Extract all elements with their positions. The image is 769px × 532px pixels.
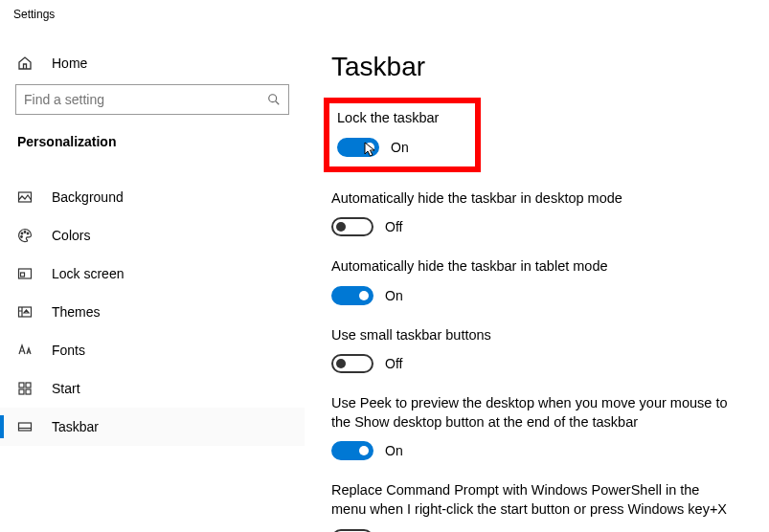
sidebar-item-label: Lock screen [52,266,124,281]
setting-label: Lock the taskbar [337,109,439,128]
window-title: Settings [13,8,55,21]
sidebar-item-themes[interactable]: Themes [0,293,305,331]
nav-home-label: Home [52,55,87,71]
setting-autohide-tablet: Automatically hide the taskbar in tablet… [331,257,746,305]
toggle-autohide-desktop[interactable] [331,217,373,236]
sidebar-item-colors[interactable]: Colors [0,216,305,255]
sidebar-item-label: Background [52,189,124,205]
toggle-autohide-tablet[interactable] [331,286,373,305]
sidebar-item-lockscreen[interactable]: Lock screen [0,255,305,293]
content-pane: Taskbar Lock the taskbar On [305,29,769,532]
search-input[interactable] [15,84,289,115]
lockscreen-icon [17,266,33,281]
search-field[interactable] [24,92,267,107]
taskbar-icon [17,419,33,434]
toggle-state: Off [385,356,402,371]
sidebar-section-label: Personalization [0,126,305,159]
setting-lock-taskbar: Lock the taskbar On [337,109,439,157]
svg-point-4 [24,232,26,233]
sidebar-item-label: Start [52,381,80,396]
home-icon [17,55,33,71]
nav-home[interactable]: Home [0,46,305,80]
sidebar-item-taskbar[interactable]: Taskbar [0,408,305,446]
svg-rect-14 [19,423,32,431]
toggle-state: Off [385,219,402,234]
svg-point-5 [27,233,29,234]
palette-icon [17,228,33,243]
tutorial-highlight: Lock the taskbar On [324,98,481,172]
sidebar-item-label: Themes [52,304,101,320]
toggle-peek-preview[interactable] [331,441,373,460]
page-title: Taskbar [331,52,746,82]
search-icon [267,93,281,106]
sidebar-item-start[interactable]: Start [0,369,305,408]
sidebar: Home Personalization [0,29,305,532]
setting-label: Use Peek to preview the desktop when you… [331,394,734,432]
setting-label: Automatically hide the taskbar in deskto… [331,189,734,209]
toggle-small-buttons[interactable] [331,354,373,373]
setting-label: Replace Command Prompt with Windows Powe… [331,481,734,519]
themes-icon [17,304,33,320]
toggle-state: On [385,443,403,458]
svg-point-3 [21,233,23,234]
svg-rect-10 [19,383,24,388]
svg-rect-11 [26,383,31,388]
svg-rect-12 [19,389,24,394]
settings-window: Settings Home [0,0,769,532]
svg-rect-13 [26,389,31,394]
svg-point-0 [269,95,277,102]
sidebar-item-background[interactable]: Background [0,178,305,216]
sidebar-item-label: Colors [52,228,90,243]
svg-point-6 [21,236,23,238]
setting-small-buttons: Use small taskbar buttons Off [331,326,746,374]
window-titlebar: Settings [0,0,769,29]
sidebar-item-label: Taskbar [52,419,99,434]
sidebar-item-label: Fonts [52,343,85,358]
setting-peek-preview: Use Peek to preview the desktop when you… [331,394,746,460]
toggle-state: On [385,288,403,303]
start-icon [17,381,33,396]
setting-autohide-desktop: Automatically hide the taskbar in deskto… [331,189,746,237]
toggle-powershell[interactable] [331,529,373,533]
toggle-state: On [391,140,409,155]
fonts-icon [17,343,33,358]
svg-rect-8 [21,273,25,277]
image-icon [17,189,33,205]
toggle-lock-taskbar[interactable] [337,138,379,157]
setting-powershell: Replace Command Prompt with Windows Powe… [331,481,746,532]
setting-label: Automatically hide the taskbar in tablet… [331,257,734,277]
sidebar-item-fonts[interactable]: Fonts [0,331,305,369]
setting-label: Use small taskbar buttons [331,326,734,345]
svg-line-1 [276,101,280,105]
